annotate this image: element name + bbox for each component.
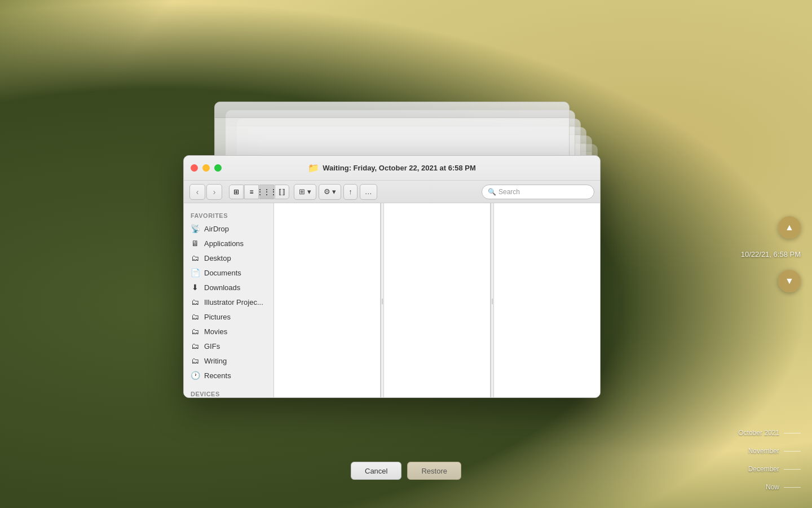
sidebar-item-downloads[interactable]: ⬇ Downloads <box>184 280 273 295</box>
airdrop-icon: 📡 <box>191 224 200 233</box>
downloads-icon: ⬇ <box>191 283 200 292</box>
bottom-bar: Cancel Restore <box>351 462 461 480</box>
cancel-button[interactable]: Cancel <box>351 462 401 480</box>
group-button[interactable]: ⊞ ▾ <box>294 184 316 200</box>
sidebar-item-label-airdrop: AirDrop <box>204 225 229 233</box>
illustrator-icon: 🗂 <box>191 297 200 306</box>
forward-button[interactable]: › <box>206 184 222 200</box>
gifs-icon: 🗂 <box>191 341 200 351</box>
sidebar-item-label-pictures: Pictures <box>204 313 231 321</box>
timeline-item-october: October 2021 <box>738 429 801 437</box>
sidebar-item-writing[interactable]: 🗂 Writing <box>184 353 273 368</box>
toolbar: ‹ › ⊞ ≡ ⋮⋮⋮ ⟦⟧ ⊞ ▾ ⚙ ▾ ↑ … 🔍 Search <box>184 181 600 203</box>
sidebar-item-label-downloads: Downloads <box>204 283 240 292</box>
content-area: | | <box>274 203 600 398</box>
title-bar: 📁 Waiting: Friday, October 22, 2021 at 6… <box>184 156 600 181</box>
recents-icon: 🕐 <box>191 371 200 380</box>
sidebar: Favorites 📡 AirDrop 🖥 Applications 🗂 Des… <box>184 203 274 398</box>
timeline-item-december: December <box>748 465 801 473</box>
search-icon: 🔍 <box>488 188 496 196</box>
writing-icon: 🗂 <box>191 356 200 365</box>
up-arrow-icon: ▲ <box>785 222 794 233</box>
timeline-label-now: Now <box>766 483 779 491</box>
window-body: Favorites 📡 AirDrop 🖥 Applications 🗂 Des… <box>184 203 600 398</box>
search-placeholder: Search <box>498 188 520 196</box>
content-pane-2[interactable] <box>384 203 491 398</box>
pictures-icon: 🗂 <box>191 312 200 321</box>
sidebar-item-label-applications: Applications <box>204 239 244 248</box>
window-title: 📁 Waiting: Friday, October 22, 2021 at 6… <box>308 163 476 173</box>
time-machine-timestamp: 10/22/21, 6:58 PM <box>741 250 801 259</box>
down-arrow-icon: ▼ <box>785 276 794 286</box>
sidebar-item-label-movies: Movies <box>204 327 227 336</box>
sidebar-item-label-documents: Documents <box>204 269 241 277</box>
content-pane-1[interactable] <box>274 203 381 398</box>
minimize-button[interactable] <box>202 164 210 172</box>
time-machine-timeline: October 2021 November December Now <box>738 429 801 491</box>
time-machine-down-button[interactable]: ▼ <box>778 270 801 292</box>
time-machine-up-button[interactable]: ▲ <box>778 216 801 239</box>
desktop-icon: 🗂 <box>191 253 200 262</box>
sidebar-item-documents[interactable]: 📄 Documents <box>184 265 273 280</box>
back-button[interactable]: ‹ <box>189 184 205 200</box>
sidebar-item-airdrop[interactable]: 📡 AirDrop <box>184 221 273 236</box>
sidebar-item-desktop[interactable]: 🗂 Desktop <box>184 251 273 265</box>
maximize-button[interactable] <box>214 164 222 172</box>
sidebar-item-movies[interactable]: 🗂 Movies <box>184 324 273 339</box>
action-button[interactable]: ⚙ ▾ <box>319 184 342 200</box>
sidebar-item-label-writing: Writing <box>204 357 227 365</box>
view-buttons: ⊞ ≡ ⋮⋮⋮ ⟦⟧ <box>229 185 289 199</box>
sidebar-item-label-gifs: GIFs <box>204 342 220 351</box>
share-button[interactable]: ↑ <box>343 184 358 200</box>
sidebar-item-label-illustrator: Illustrator Projec... <box>204 298 263 306</box>
close-button[interactable] <box>191 164 198 172</box>
applications-icon: 🖥 <box>191 239 200 248</box>
column-view-button[interactable]: ⋮⋮⋮ <box>259 185 274 199</box>
sidebar-item-applications[interactable]: 🖥 Applications <box>184 236 273 251</box>
timeline-item-now: Now <box>766 483 801 491</box>
favorites-section-label: Favorites <box>184 208 273 221</box>
finder-window: 📁 Waiting: Friday, October 22, 2021 at 6… <box>183 155 601 398</box>
timeline-line-october <box>784 433 801 433</box>
nav-buttons: ‹ › <box>189 184 222 200</box>
timeline-line-december <box>784 469 801 470</box>
timeline-label-december: December <box>748 465 779 473</box>
sidebar-item-label-desktop: Desktop <box>204 254 231 262</box>
sidebar-item-pictures[interactable]: 🗂 Pictures <box>184 309 273 324</box>
path-button[interactable]: … <box>360 184 377 200</box>
search-box[interactable]: 🔍 Search <box>482 185 594 199</box>
timeline-item-november: November <box>748 447 801 455</box>
sidebar-item-label-recents: Recents <box>204 371 231 380</box>
title-folder-icon: 📁 <box>308 163 319 173</box>
documents-icon: 📄 <box>191 268 200 277</box>
gallery-view-button[interactable]: ⟦⟧ <box>275 185 289 199</box>
sidebar-item-illustrator[interactable]: 🗂 Illustrator Projec... <box>184 295 273 309</box>
sidebar-item-recents[interactable]: 🕐 Recents <box>184 368 273 383</box>
devices-section-label: Devices <box>184 386 273 398</box>
sidebar-item-gifs[interactable]: 🗂 GIFs <box>184 339 273 353</box>
icon-view-button[interactable]: ⊞ <box>229 185 244 199</box>
restore-button[interactable]: Restore <box>407 462 461 480</box>
window-controls <box>184 164 222 172</box>
movies-icon: 🗂 <box>191 327 200 336</box>
timeline-label-october: October 2021 <box>738 429 779 437</box>
timeline-line-now <box>784 487 801 488</box>
timeline-label-november: November <box>748 447 779 455</box>
content-pane-3[interactable] <box>494 203 600 398</box>
timeline-line-november <box>784 451 801 452</box>
